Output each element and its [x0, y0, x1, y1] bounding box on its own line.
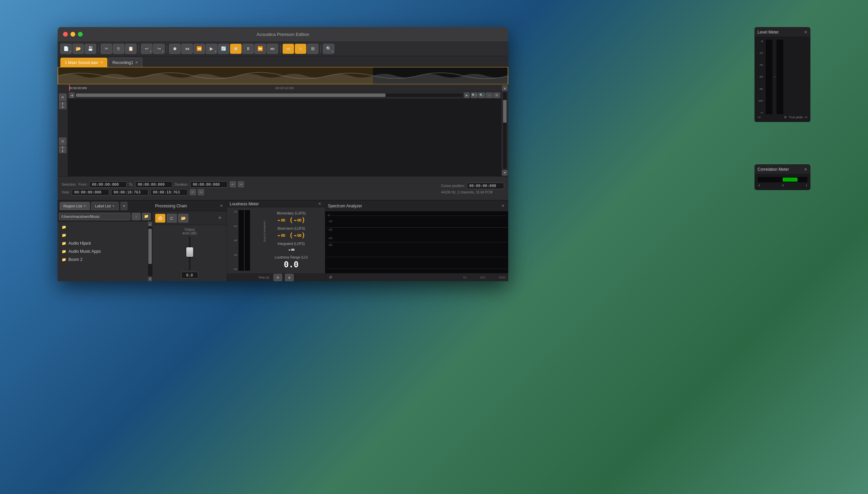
save-button[interactable]: 💾	[85, 44, 96, 54]
fader-track[interactable]	[189, 236, 190, 270]
close-button[interactable]	[63, 32, 68, 37]
level-needle	[774, 77, 775, 77]
file-panel: Region List ✕ Label List ✕ ▾ /Users/macd…	[58, 201, 152, 281]
list-item[interactable]: 📁 Audio Hijack	[58, 239, 143, 247]
loudness-pause-button[interactable]: ⏸	[285, 274, 294, 281]
undo-button[interactable]: ↩▾	[141, 44, 152, 54]
zoom-out-button[interactable]: 🔍-	[478, 93, 485, 98]
record-button[interactable]: ⏺	[169, 44, 180, 54]
list-item[interactable]: 📁	[58, 231, 143, 239]
tab-main-sound-close[interactable]: ✕	[100, 61, 103, 64]
svg-text:-60: -60	[328, 236, 332, 240]
file-path-select[interactable]: /Users/macdown/Music	[59, 213, 131, 220]
horizontal-scrollbar[interactable]: ◀ ▶ 🔍+ 🔍- ↔ ⚙	[68, 92, 501, 99]
list-item[interactable]: 📁 Boom 2	[58, 255, 143, 264]
correlation-content: -1 0 1	[755, 174, 810, 190]
overview-waveform[interactable]	[58, 67, 508, 85]
tab-recording1[interactable]: Recording1 ✕	[108, 58, 142, 67]
selection-redo[interactable]: ↪	[238, 181, 244, 187]
spectrum-analyzer-close[interactable]: ✕	[500, 203, 505, 209]
view-duration-field[interactable]: 00:00:18:763	[150, 189, 188, 195]
load-button[interactable]: 📂	[178, 214, 188, 223]
maximize-button[interactable]	[78, 32, 83, 37]
pause-button[interactable]: ⏸	[242, 44, 254, 54]
integrated-stat: Integrated (LUFS) -∞	[262, 242, 321, 253]
stop-button[interactable]: ⏹	[230, 44, 242, 54]
level-bars-container: -8 -20 -40 -60 -80 -100 -∞	[757, 40, 807, 114]
channel1-expand[interactable]: ⬆⬇	[59, 102, 66, 109]
list-item[interactable]: 📁 Audio Music Apps	[58, 247, 143, 255]
navigate-up-button[interactable]: ↑	[132, 213, 141, 220]
file-scroll-up[interactable]: ▲	[148, 222, 152, 226]
main-content: ⊞ ⬆⬇ ⊞ ⬆⬇ 00:00:00:000 |00:00:10:000	[58, 67, 508, 281]
new-button[interactable]: 📄▾	[60, 44, 72, 54]
correlation-meter-close-button[interactable]: ✕	[804, 167, 807, 172]
vzoom-track[interactable]	[503, 92, 506, 169]
cursor-field[interactable]: 00:00:00:000	[467, 183, 504, 189]
region-list-tab[interactable]: Region List ✕	[60, 202, 90, 210]
rewind-button[interactable]: ⏪	[193, 44, 205, 54]
stack-button[interactable]: ≡	[295, 44, 306, 54]
selection-undo[interactable]: ↩	[230, 181, 236, 187]
loudness-range-value: 0.0	[284, 260, 298, 269]
time-label: Time (s)	[258, 276, 269, 279]
tab-main-sound-label: 1 Main Sound.wav	[65, 60, 98, 65]
scroll-track[interactable]	[76, 94, 463, 97]
tab-main-sound[interactable]: 1 Main Sound.wav ✕	[60, 58, 108, 67]
selection-to-field[interactable]: 00:00:00:000	[135, 181, 172, 188]
bounce-button[interactable]: ⊏	[167, 214, 177, 223]
label-list-close[interactable]: ✕	[112, 204, 115, 208]
fader-thumb[interactable]	[186, 247, 193, 257]
auto-scroll-button[interactable]: ⏭	[283, 44, 294, 54]
view-undo[interactable]: ↩	[190, 189, 196, 195]
loop-button[interactable]: 🔄	[218, 44, 229, 54]
scroll-right-button[interactable]: ▶	[464, 93, 469, 98]
panel-tab-dropdown[interactable]: ▾	[121, 202, 128, 210]
scroll-thumb[interactable]	[76, 94, 386, 97]
fast-forward-button[interactable]: ⏩	[254, 44, 266, 54]
tab-recording1-close[interactable]: ✕	[135, 61, 138, 64]
zoom-settings-button[interactable]: ⚙	[493, 93, 500, 98]
folder-icon: 📁	[62, 241, 66, 246]
power-button[interactable]: ⏻	[155, 214, 165, 223]
minimize-button[interactable]	[71, 32, 75, 37]
list-item[interactable]: 📁	[58, 223, 143, 231]
zoom-in-button[interactable]: 🔍+	[471, 93, 478, 98]
channel2-expand[interactable]: ⬆⬇	[59, 146, 66, 153]
selection-duration-field[interactable]: 00:00:00:000	[190, 181, 228, 188]
view-to-field[interactable]: 00:00:18:763	[111, 189, 148, 195]
go-start-button[interactable]: ⏮	[181, 44, 193, 54]
region-list-close[interactable]: ✕	[83, 204, 86, 208]
file-scroll-down[interactable]: ▼	[148, 277, 152, 281]
waveform-display[interactable]: 00:00:00:000 |00:00:10:000 -6 -8 -6 0	[68, 85, 501, 176]
cut-button[interactable]: ✂	[101, 44, 112, 54]
processing-chain-close[interactable]: ✕	[218, 203, 224, 209]
open-button[interactable]: 📂	[73, 44, 84, 54]
play-button[interactable]: ▶▾	[206, 44, 217, 54]
selection-from-field[interactable]: 00:00:00:000	[90, 181, 127, 188]
file-scroll-track[interactable]	[148, 226, 152, 277]
fader-value[interactable]: 0.0	[181, 272, 198, 279]
scroll-left-button[interactable]: ◀	[69, 93, 75, 98]
go-end-button[interactable]: ⏭	[267, 44, 278, 54]
snap-button[interactable]: ⊞	[307, 44, 319, 54]
vzoom-up-button[interactable]: ▲	[502, 86, 507, 91]
loudness-reset-button[interactable]: ⟳	[273, 274, 282, 281]
spectrum-gear-button[interactable]: ⚙	[328, 275, 333, 280]
level-meter-close-button[interactable]: ✕	[804, 30, 807, 35]
copy-button[interactable]: ⎘	[113, 44, 124, 54]
redo-button[interactable]: ↪▾	[153, 44, 165, 54]
view-from-field[interactable]: 00:00:00:000	[72, 189, 109, 195]
zoom-fit-button[interactable]: ↔	[486, 93, 493, 98]
toolbar-sep-1	[98, 45, 99, 53]
paste-button[interactable]: 📋	[125, 44, 137, 54]
loudness-meter-close[interactable]: ✕	[317, 201, 322, 207]
label-list-tab[interactable]: Label List ✕	[91, 202, 119, 210]
view-redo[interactable]: ↪	[198, 189, 204, 195]
level-gear-icon[interactable]: ⚙	[784, 116, 787, 119]
loudness-lufs-label: Loudness (LUFS)	[263, 221, 266, 242]
search-button[interactable]: 🔍▾	[323, 44, 334, 54]
add-effect-button[interactable]: +	[216, 214, 224, 222]
vzoom-down-button[interactable]: ▼	[502, 170, 507, 175]
open-folder-button[interactable]: 📁	[142, 213, 151, 220]
